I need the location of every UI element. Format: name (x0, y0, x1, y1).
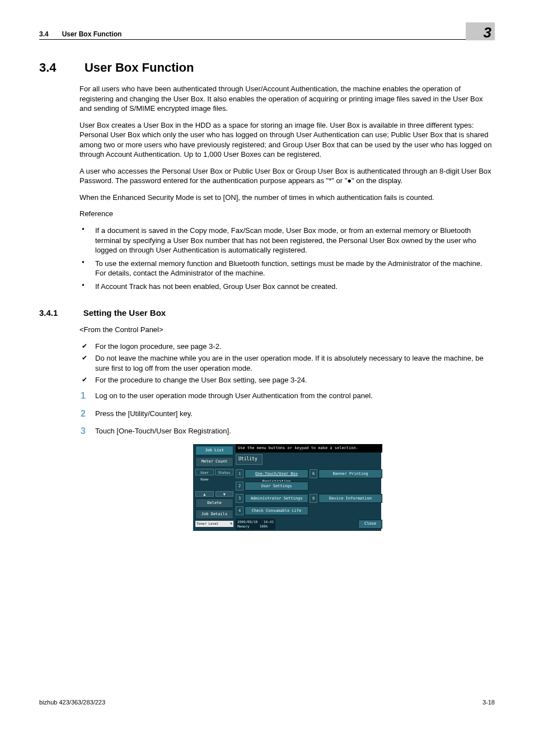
step-item: Log on to the user operation mode throug… (79, 391, 495, 401)
reference-item: If a document is saved in the Copy mode,… (79, 226, 495, 255)
section-para: User Box creates a User Box in the HDD a… (79, 120, 495, 160)
device-information-button[interactable]: Device Information (318, 494, 382, 503)
subsection-title: Setting the User Box (83, 308, 166, 318)
toner-k-label: K (230, 521, 232, 526)
step-list: Log on to the user operation mode throug… (79, 391, 495, 436)
job-details-button[interactable]: Job Details (195, 510, 233, 519)
running-head: 3.4 User Box Function 3 (39, 22, 495, 40)
memory-value: 100% (260, 524, 268, 528)
footer-page-number: 3-18 (483, 699, 495, 706)
step-item: Press the [Utility/Counter] key. (79, 409, 495, 419)
chapter-badge: 3 (466, 22, 495, 40)
option-number: 8 (310, 494, 317, 503)
close-button[interactable]: Close (358, 520, 382, 528)
precondition-item: For the logon procedure, see page 3-2. (79, 342, 495, 352)
section-heading: 3.4 User Box Function (39, 55, 495, 76)
footer-model: bizhub 423/363/283/223 (39, 699, 105, 706)
reference-list: If a document is saved in the Copy mode,… (79, 226, 495, 291)
meter-count-button[interactable]: Meter Count (195, 457, 233, 466)
instruction-bar: Use the menu buttons or keypad to make a… (236, 444, 382, 452)
option-number: 1 (236, 469, 243, 478)
option-number: 6 (310, 469, 317, 478)
option-number: 3 (236, 494, 243, 503)
step-item: Touch [One-Touch/User Box Registration]. (79, 426, 495, 436)
control-panel-figure: Job List Meter Count User Name Status ▲ … (193, 444, 381, 531)
reference-item: If Account Track has not been enabled, G… (79, 282, 495, 292)
precondition-item: For the procedure to change the User Box… (79, 375, 495, 385)
subsection-heading: 3.4.1 Setting the User Box (39, 304, 495, 319)
section-para: A user who accesses the Personal User Bo… (79, 166, 495, 186)
subsection-subtitle: <From the Control Panel> (79, 325, 495, 335)
delete-button[interactable]: Delete (195, 498, 233, 508)
job-list-button[interactable]: Job List (195, 446, 233, 455)
option-number: 2 (236, 482, 243, 491)
section-para: When the Enhanced Security Mode is set t… (79, 193, 495, 203)
status-label: Status (215, 469, 233, 475)
reference-label: Reference (79, 209, 495, 219)
page-footer: bizhub 423/363/283/223 3-18 (39, 699, 495, 706)
option-number: 4 (236, 506, 243, 515)
precondition-list: For the logon procedure, see page 3-2. D… (79, 342, 495, 385)
section-para: For all users who have been authenticate… (79, 84, 495, 114)
utility-title: Utility (236, 454, 263, 465)
section-number: 3.4 (39, 60, 79, 75)
section-title: User Box Function (85, 60, 194, 74)
precondition-item: Do not leave the machine while you are i… (79, 353, 495, 373)
toner-level-label: Toner Level (196, 521, 219, 526)
reference-item: To use the external memory function and … (79, 259, 495, 278)
one-touch-user-box-button[interactable]: One-Touch/User Box Registration (245, 469, 308, 478)
arrow-down-icon[interactable]: ▼ (216, 491, 234, 497)
user-name-label: User Name (195, 469, 214, 475)
check-consumable-life-button[interactable]: Check Consumable Life (245, 506, 308, 515)
timestamp-date: 2009/09/10 (237, 520, 257, 524)
user-settings-button[interactable]: User Settings (245, 482, 308, 491)
banner-printing-button[interactable]: Banner Printing (318, 469, 382, 478)
running-head-title: User Box Function (62, 30, 466, 38)
administrator-settings-button[interactable]: Administrator Settings (245, 494, 308, 503)
timestamp-time: 14:41 (264, 520, 274, 524)
running-head-number: 3.4 (39, 30, 49, 38)
toner-level-indicator: Toner Level K (195, 521, 233, 526)
subsection-number: 3.4.1 (39, 308, 79, 318)
memory-label: Memory (237, 524, 250, 528)
arrow-up-icon[interactable]: ▲ (195, 491, 214, 497)
